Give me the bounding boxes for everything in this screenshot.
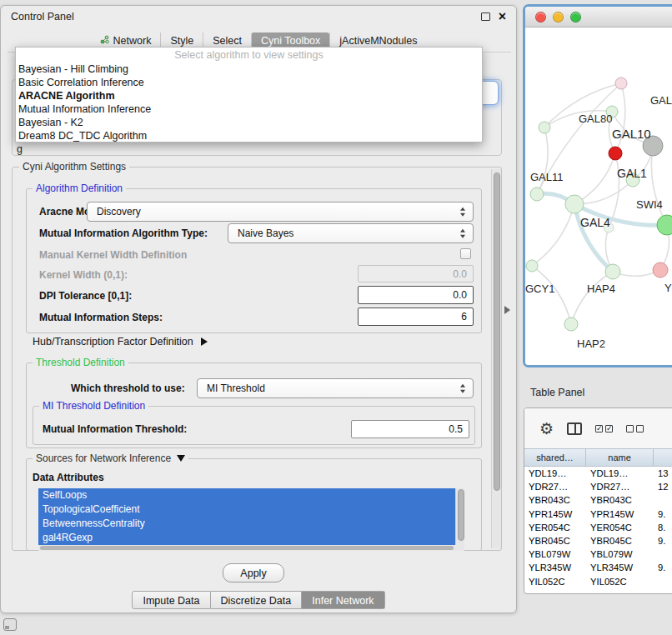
table-cell: YBR045C [524, 534, 586, 548]
network-node[interactable] [530, 188, 544, 201]
algorithm-definition-title: Algorithm Definition [33, 182, 126, 194]
bottom-tab-infer-network[interactable]: Infer Network [302, 591, 384, 609]
table-cell: YBL079W [586, 548, 654, 561]
network-node-label: GAL11 [530, 171, 564, 183]
list-scrollbar-thumb[interactable] [458, 489, 464, 541]
table-row[interactable]: YDL19…YDL19…13 [524, 467, 672, 480]
threshold-definition-title: Threshold Definition [33, 357, 128, 368]
hub-section-label: Hub/Transcription Factor Definition [33, 336, 193, 348]
source-attribute-item[interactable]: gal4RGexp [38, 531, 455, 545]
table-row[interactable]: YLR345WYLR345W9. [524, 561, 672, 574]
table-cell: YBR045C [586, 534, 654, 548]
list-hscrollbar-thumb[interactable] [40, 546, 454, 550]
network-node[interactable] [539, 122, 550, 133]
algorithm-menu-item[interactable]: ARACNE Algorithm [16, 89, 482, 102]
network-node[interactable] [615, 78, 627, 89]
list-scrollbar[interactable] [455, 488, 464, 545]
algorithm-menu-item[interactable]: Mutual Information Inference [16, 102, 482, 116]
data-attributes-label: Data Attributes [33, 472, 104, 483]
mi-type-combo[interactable]: Naive Bayes [228, 223, 474, 243]
panel-dock-icon[interactable] [3, 618, 17, 631]
control-panel-titlebar[interactable]: Control Panel × [1, 6, 516, 28]
mi-steps-field[interactable]: 6 [358, 308, 474, 326]
kernel-width-field[interactable]: 0.0 [358, 265, 474, 282]
algorithm-menu-item[interactable]: Basic Correlation Inference [16, 76, 482, 89]
gear-icon[interactable]: ⚙ [539, 421, 554, 437]
close-icon[interactable]: × [499, 10, 506, 23]
which-threshold-value: MI Threshold [207, 382, 265, 394]
network-edge [615, 83, 625, 153]
apply-button[interactable]: Apply [223, 563, 284, 582]
network-node[interactable] [653, 262, 668, 278]
algorithm-menu-item[interactable]: Bayesian - K2 [16, 116, 482, 129]
control-panel-window: Control Panel × NetworkStyleSelectCyni T… [0, 5, 517, 613]
network-graph [525, 28, 672, 367]
table-cell: 12 [654, 480, 672, 493]
network-node-label: GCY1 [525, 282, 554, 295]
mi-threshold-field[interactable]: 0.5 [351, 420, 469, 438]
network-node-label: GAL10 [612, 127, 651, 141]
source-attribute-item[interactable]: BetweennessCentrality [38, 517, 455, 531]
stepper-arrows-icon [460, 208, 465, 217]
network-node[interactable] [526, 260, 538, 272]
sources-group-title[interactable]: Sources for Network Inference [33, 452, 188, 464]
network-edge [532, 204, 574, 266]
list-hscrollbar[interactable] [38, 545, 464, 551]
algorithm-menu-list: Bayesian - Hill ClimbingBasic Correlatio… [16, 62, 482, 142]
tab-label: Style [170, 35, 193, 47]
table-cell: YBR043C [524, 493, 586, 507]
table-row[interactable]: YPR145WYPR145W9. [524, 508, 672, 521]
select-all-icon[interactable] [595, 425, 613, 432]
mac-close-button[interactable] [535, 12, 546, 22]
algorithm-menu-item[interactable]: Bayesian - Hill Climbing [16, 62, 482, 76]
tab-label: jActiveMNodules [339, 35, 417, 47]
settings-scrollbar-thumb[interactable] [494, 172, 500, 491]
table-header-cell[interactable] [654, 449, 672, 466]
table-panel-title: Table Panel [530, 387, 584, 398]
source-attribute-item[interactable]: TopologicalCoefficient [38, 502, 455, 517]
settings-scrollbar[interactable] [491, 169, 501, 548]
mi-type-value: Naive Bayes [238, 228, 293, 239]
column-visibility-icon[interactable] [567, 422, 582, 435]
tab-label: Select [213, 35, 242, 47]
network-node[interactable] [605, 264, 620, 279]
hub-section-toggle[interactable]: Hub/Transcription Factor Definition [33, 336, 208, 348]
algorithm-menu-item[interactable]: Dream8 DC_TDC Algorithm [16, 129, 482, 142]
table-row[interactable]: YBR045CYBR045C9. [524, 534, 672, 548]
network-node[interactable] [564, 318, 578, 331]
mi-threshold-label: Mutual Information Threshold: [43, 423, 187, 435]
table-row[interactable]: YBL079WYBL079W [524, 548, 672, 561]
deselect-all-icon[interactable] [626, 425, 644, 432]
mac-zoom-button[interactable] [570, 12, 581, 22]
mac-minimize-button[interactable] [553, 12, 564, 22]
tab-label: Cyni Toolbox [261, 35, 320, 47]
table-header-cell[interactable]: name [586, 449, 654, 466]
aracne-mode-combo[interactable]: Discovery [87, 202, 474, 222]
table-cell: YER054C [586, 521, 654, 534]
table-cell: YIL052C [586, 575, 654, 588]
bottom-tab-discretize-data[interactable]: Discretize Data [211, 591, 303, 609]
which-threshold-combo[interactable]: MI Threshold [197, 378, 474, 398]
table-row[interactable]: YDR27…YDR27…12 [524, 480, 672, 493]
table-header-cell[interactable]: shared… [524, 449, 586, 466]
network-titlebar[interactable] [525, 7, 672, 28]
sources-title-label: Sources for Network Inference [36, 452, 171, 464]
table-cell: 9. [654, 508, 672, 521]
table-row[interactable]: YER054CYER054C8. [524, 521, 672, 534]
table-header-row: shared…name [524, 448, 672, 467]
desktop: Control Panel × NetworkStyleSelectCyni T… [0, 0, 672, 635]
dpi-tolerance-field[interactable]: 0.0 [358, 286, 474, 304]
manual-kernel-checkbox[interactable] [460, 248, 471, 259]
network-node[interactable] [565, 195, 584, 213]
mi-steps-label: Mutual Information Steps: [39, 312, 163, 323]
network-canvas[interactable]: GALGAL80GAL10GAL11GAL1SWI4GAL4GCY1HAP4YH… [525, 28, 672, 367]
network-node[interactable] [609, 147, 622, 160]
table-row[interactable]: YIL052CYIL052C [524, 575, 672, 588]
kernel-width-label: Kernel Width (0,1): [39, 269, 128, 281]
source-attribute-item[interactable]: SelfLoops [38, 488, 455, 502]
network-node[interactable] [657, 215, 672, 235]
table-row[interactable]: YBR043CYBR043C [524, 493, 672, 507]
bottom-tab-impute-data[interactable]: Impute Data [132, 591, 210, 609]
splitter-arrow[interactable] [504, 306, 510, 314]
float-window-icon[interactable] [481, 12, 490, 21]
